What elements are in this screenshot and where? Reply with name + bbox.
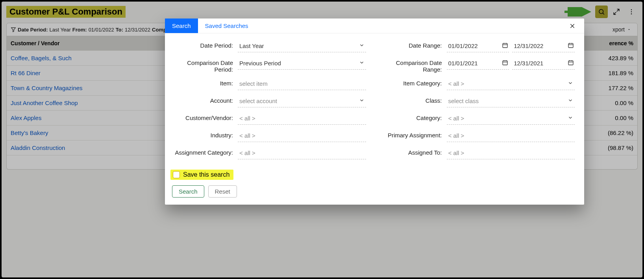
label-customer-vendor: Customer/Vendor:	[169, 112, 238, 121]
filter-date-period-value: Last Year	[50, 27, 71, 33]
search-icon-button[interactable]	[595, 6, 608, 18]
difference-value: (86.22 %)	[582, 126, 637, 140]
svg-point-6	[631, 11, 632, 12]
input-class[interactable]	[447, 95, 575, 107]
page-title: Customer P&L Comparison	[6, 6, 126, 18]
input-assignment-category[interactable]	[238, 147, 366, 159]
filter-to-value: 12/31/2022	[125, 27, 150, 33]
search-icon	[598, 8, 605, 15]
more-icon-button[interactable]	[625, 6, 638, 18]
svg-line-3	[617, 9, 619, 11]
close-icon	[569, 23, 576, 29]
filter-from-value: 01/01/2022	[89, 27, 114, 33]
customer-link[interactable]: Just Another Coffee Shop	[11, 100, 78, 106]
save-search-toggle[interactable]: Save this search	[170, 170, 233, 180]
difference-value: 423.89 %	[582, 51, 637, 65]
export-button[interactable]: xport	[610, 26, 633, 33]
customer-link[interactable]: Aladdin Construction	[11, 144, 65, 151]
label-assignment-category: Assignment Category:	[169, 147, 238, 156]
svg-line-4	[614, 12, 616, 15]
filter-date-period-label: Date Period:	[18, 27, 48, 33]
input-assigned-to[interactable]	[447, 147, 575, 159]
difference-value: 0.00 %	[582, 96, 637, 110]
calendar-icon[interactable]	[568, 59, 574, 66]
input-account[interactable]	[238, 95, 366, 107]
arrow-annotation	[564, 7, 591, 17]
input-industry[interactable]	[238, 129, 366, 142]
difference-value: 0.00 %	[582, 111, 637, 125]
save-search-label: Save this search	[183, 171, 229, 178]
label-comp-date-range: Comparison Date Range:	[378, 57, 447, 73]
label-date-period: Date Period:	[169, 40, 238, 49]
input-item-category[interactable]	[447, 78, 575, 90]
customer-link[interactable]: Coffee, Bagels, & Such	[11, 55, 72, 61]
input-date-range-to[interactable]	[512, 40, 575, 52]
difference-value: (98.87 %)	[582, 140, 637, 155]
filter-icon	[11, 27, 16, 32]
tab-search[interactable]: Search	[165, 18, 198, 33]
checkbox-icon	[173, 171, 180, 178]
input-primary-assignment[interactable]	[447, 129, 575, 142]
filter-to-label: To:	[116, 27, 123, 33]
calendar-icon[interactable]	[502, 42, 508, 48]
search-modal: Search Saved Searches Date Period: Date …	[165, 18, 584, 205]
caret-down-icon	[627, 28, 631, 31]
label-industry: Industry:	[169, 129, 238, 139]
difference-value: 177.22 %	[582, 81, 637, 95]
calendar-icon[interactable]	[502, 59, 508, 66]
tab-saved-searches[interactable]: Saved Searches	[198, 18, 255, 33]
col-difference[interactable]: erence %	[582, 36, 637, 50]
customer-link[interactable]: Alex Apples	[11, 115, 41, 121]
svg-rect-19	[503, 61, 507, 65]
label-date-range: Date Range:	[378, 40, 447, 49]
label-assigned-to: Assigned To:	[378, 147, 447, 156]
label-class: Class:	[378, 95, 447, 104]
svg-rect-23	[568, 61, 573, 65]
svg-point-1	[599, 9, 603, 14]
customer-link[interactable]: Town & Country Magazines	[11, 85, 83, 91]
label-category: Category:	[378, 112, 447, 121]
customer-link[interactable]: Rt 66 Diner	[11, 70, 41, 76]
expand-icon-button[interactable]	[610, 6, 623, 18]
input-customer-vendor[interactable]	[238, 112, 366, 125]
label-primary-assignment: Primary Assignment:	[378, 129, 447, 139]
label-item-category: Item Category:	[378, 78, 447, 87]
customer-link[interactable]: Betty's Bakery	[11, 129, 48, 136]
svg-rect-11	[503, 43, 507, 48]
close-button[interactable]	[566, 20, 579, 32]
input-item[interactable]	[238, 78, 366, 90]
kebab-icon	[628, 8, 635, 15]
label-item: Item:	[169, 78, 238, 87]
search-button[interactable]: Search	[172, 185, 204, 198]
input-comp-date-range-to[interactable]	[512, 57, 575, 70]
input-category[interactable]	[447, 112, 575, 125]
input-comp-date-range-from[interactable]	[447, 57, 509, 70]
input-comp-date-period[interactable]	[238, 57, 366, 70]
input-date-range-from[interactable]	[447, 40, 509, 52]
svg-line-2	[603, 13, 604, 14]
svg-point-5	[631, 9, 632, 10]
svg-marker-8	[11, 28, 16, 32]
reset-button[interactable]: Reset	[208, 185, 237, 198]
svg-point-7	[631, 13, 632, 14]
input-date-period[interactable]	[238, 40, 366, 52]
filter-from-label: From:	[72, 27, 87, 33]
expand-icon	[613, 8, 620, 15]
export-label: xport	[613, 26, 625, 33]
label-account: Account:	[169, 95, 238, 104]
svg-rect-15	[568, 43, 573, 48]
calendar-icon[interactable]	[568, 42, 574, 48]
difference-value: 181.89 %	[582, 66, 637, 80]
label-comp-date-period: Comparison Date Period:	[169, 57, 238, 73]
